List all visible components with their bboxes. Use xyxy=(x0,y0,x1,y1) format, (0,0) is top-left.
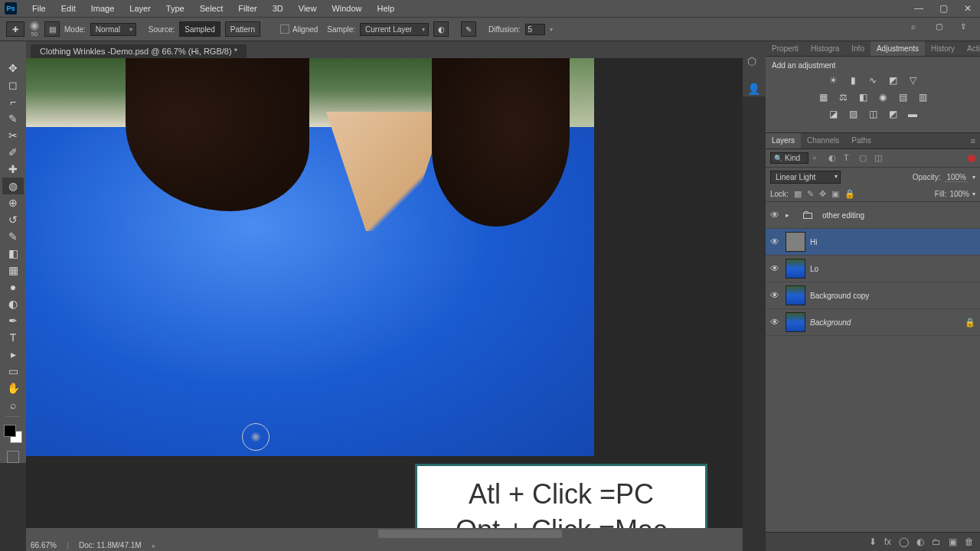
quick-mask-toggle[interactable] xyxy=(7,451,19,463)
path-select-tool[interactable]: ▸ xyxy=(2,346,24,363)
sample-dropdown[interactable]: Current Layer xyxy=(360,23,429,36)
filter-smart-icon[interactable]: ◫ xyxy=(874,153,885,164)
workspace-icon[interactable]: ▢ xyxy=(936,22,949,36)
tab-channels[interactable]: Channels xyxy=(801,133,845,148)
filter-shape-icon[interactable]: ▢ xyxy=(859,153,870,164)
eraser-tool[interactable]: ◧ xyxy=(2,245,24,262)
layer-name[interactable]: Background copy xyxy=(810,292,869,300)
zoom-tool[interactable]: ⌕ xyxy=(2,396,24,413)
opacity-value[interactable]: 100% xyxy=(945,173,968,182)
zoom-level[interactable]: 66.67% xyxy=(31,541,57,549)
clone-stamp-tool[interactable]: ⊕ xyxy=(2,194,24,211)
visibility-icon[interactable]: 👁 xyxy=(770,290,781,301)
menu-edit[interactable]: Edit xyxy=(54,4,83,13)
adj-brightness-icon[interactable]: ☀ xyxy=(826,74,840,86)
menu-type[interactable]: Type xyxy=(158,4,192,13)
delete-layer-icon[interactable]: 🗑 xyxy=(965,536,974,547)
adj-selective-icon[interactable]: ◩ xyxy=(886,108,900,120)
foreground-color[interactable] xyxy=(4,425,16,437)
visibility-icon[interactable]: 👁 xyxy=(770,317,781,328)
tab-actions[interactable]: Actions xyxy=(961,41,980,56)
tab-history[interactable]: History xyxy=(925,41,961,56)
adj-invert-icon[interactable]: ◪ xyxy=(826,108,840,120)
maximize-button[interactable]: ▢ xyxy=(931,0,956,17)
layer-thumbnail[interactable] xyxy=(786,312,805,332)
menu-help[interactable]: Help xyxy=(370,4,403,13)
layer-row[interactable]: 👁 Lo xyxy=(766,256,980,282)
adj-vibrance-icon[interactable]: ▽ xyxy=(906,74,920,86)
layer-filter-kind[interactable]: Kind xyxy=(770,152,808,164)
filter-adjust-icon[interactable]: ◐ xyxy=(828,153,839,164)
menu-layer[interactable]: Layer xyxy=(122,4,158,13)
tab-properties[interactable]: Properti xyxy=(766,41,805,56)
aligned-checkbox[interactable]: Aligned xyxy=(280,24,318,34)
adj-bw-icon[interactable]: ◧ xyxy=(856,91,870,103)
adj-photofilter-icon[interactable]: ◉ xyxy=(876,91,890,103)
color-swatches[interactable] xyxy=(4,425,22,443)
layer-thumbnail[interactable] xyxy=(786,259,805,279)
share-icon[interactable]: ⇪ xyxy=(960,22,974,36)
visibility-icon[interactable]: 👁 xyxy=(770,263,781,274)
diffusion-field[interactable]: 5 xyxy=(525,24,545,35)
new-group-icon[interactable]: 🗀 xyxy=(932,536,941,547)
lock-image-icon[interactable]: ✎ xyxy=(807,189,814,199)
menu-image[interactable]: Image xyxy=(83,4,122,13)
brush-tool[interactable]: ✎ xyxy=(2,228,24,245)
healing-brush-tool[interactable]: ◍ xyxy=(2,178,24,194)
blend-mode-dropdown[interactable]: Linear Light xyxy=(770,171,841,184)
crop-tool[interactable]: ✂ xyxy=(2,127,24,144)
eyedropper-tool[interactable]: ✐ xyxy=(2,144,24,161)
adj-levels-icon[interactable]: ▮ xyxy=(846,74,860,86)
source-sampled-button[interactable]: Sampled xyxy=(179,21,220,37)
adj-curves-icon[interactable]: ∿ xyxy=(866,74,880,86)
lasso-tool[interactable]: ⌐ xyxy=(2,93,24,110)
tab-layers[interactable]: Layers xyxy=(766,133,801,148)
quick-select-tool[interactable]: ✎ xyxy=(2,110,24,127)
tab-paths[interactable]: Paths xyxy=(845,133,877,148)
shape-tool[interactable]: ▭ xyxy=(2,363,24,380)
doc-size[interactable]: Doc: 11.8M/47.1M xyxy=(79,541,142,549)
menu-file[interactable]: File xyxy=(24,4,54,13)
source-pattern-button[interactable]: Pattern xyxy=(225,21,260,37)
dodge-tool[interactable]: ◐ xyxy=(2,295,24,312)
filter-type-icon[interactable]: T xyxy=(844,153,854,164)
brush-preset-picker[interactable]: 50 xyxy=(29,21,40,37)
layer-row[interactable]: 👁 ▸ 🗀 other editing xyxy=(766,202,980,229)
close-button[interactable]: ✕ xyxy=(956,0,980,17)
history-brush-tool[interactable]: ↺ xyxy=(2,211,24,228)
layer-name[interactable]: Lo xyxy=(810,265,818,273)
panel-icon-3d[interactable]: ⬡ xyxy=(747,55,761,69)
layer-name[interactable]: Background xyxy=(810,318,851,327)
search-icon[interactable]: ⌕ xyxy=(911,22,925,36)
document-tab[interactable]: Clothing Wrinkles -Demo.psd @ 66.7% (Hi,… xyxy=(31,44,247,58)
minimize-button[interactable]: — xyxy=(906,0,931,17)
adj-colorlookup-icon[interactable]: ▥ xyxy=(916,91,929,103)
layer-mask-icon[interactable]: ◯ xyxy=(899,536,909,547)
lock-artboard-icon[interactable]: ▣ xyxy=(831,189,839,199)
lock-transparent-icon[interactable]: ▩ xyxy=(794,189,802,199)
layer-style-icon[interactable]: fx xyxy=(884,536,891,547)
ignore-adjustments-icon[interactable]: ◐ xyxy=(433,21,449,37)
menu-filter[interactable]: Filter xyxy=(230,4,264,13)
panel-icon-libraries[interactable]: 👤 xyxy=(747,83,761,96)
hand-tool[interactable]: ✋ xyxy=(2,380,24,396)
gradient-tool[interactable]: ▦ xyxy=(2,262,24,279)
adj-exposure-icon[interactable]: ◩ xyxy=(886,74,900,86)
blur-tool[interactable]: ● xyxy=(2,279,24,295)
visibility-icon[interactable]: 👁 xyxy=(770,236,781,247)
filter-pixel-icon[interactable]: ▫ xyxy=(813,153,824,164)
expand-icon[interactable]: ▸ xyxy=(786,211,793,219)
visibility-icon[interactable]: 👁 xyxy=(770,210,781,220)
blend-mode-dropdown[interactable]: Normal xyxy=(90,23,136,36)
link-layers-icon[interactable]: ⬇ xyxy=(869,536,877,547)
lock-all-icon[interactable]: 🔒 xyxy=(844,189,855,199)
brush-panel-toggle[interactable]: ▤ xyxy=(44,21,60,37)
lock-position-icon[interactable]: ✥ xyxy=(819,189,826,199)
adj-colorbalance-icon[interactable]: ⚖ xyxy=(836,91,850,103)
layer-thumbnail[interactable] xyxy=(786,285,805,305)
layer-name[interactable]: other editing xyxy=(822,211,864,220)
menu-window[interactable]: Window xyxy=(324,4,369,13)
adj-posterize-icon[interactable]: ▨ xyxy=(846,108,860,120)
spot-heal-tool[interactable]: ✚ xyxy=(2,161,24,178)
pressure-size-icon[interactable]: ✎ xyxy=(461,21,476,37)
